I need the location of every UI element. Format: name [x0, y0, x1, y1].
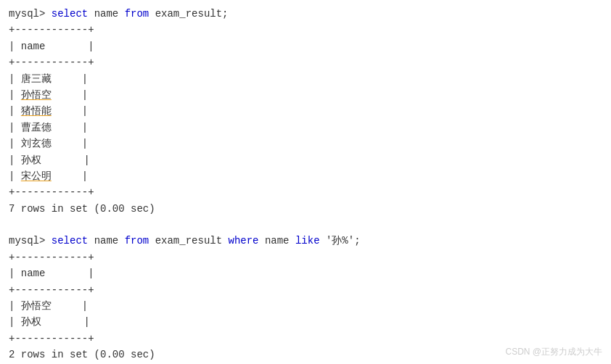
pattern-literal: '孙%';: [320, 235, 361, 247]
from-keyword-1: from: [125, 8, 149, 20]
sunwukong-underline: 孙悟空: [21, 89, 52, 101]
select-keyword-2: select: [52, 235, 88, 247]
row1-5: | 刘玄德 |: [9, 136, 602, 152]
border-mid-2: +------------+: [9, 282, 602, 298]
border-bottom-1: +------------+: [9, 184, 602, 200]
terminal-output: mysql> select name from exam_result; +--…: [0, 0, 611, 364]
where-keyword: where: [228, 235, 258, 247]
from-keyword-2: from: [125, 235, 149, 247]
watermark: CSDN @正努力成为大牛: [505, 346, 602, 358]
result-info-1: 7 rows in set (0.00 sec): [9, 201, 602, 217]
condition: name: [259, 235, 295, 247]
border-top-1: +------------+: [9, 22, 602, 38]
prompt2: mysql>: [9, 235, 52, 247]
row1-3: | 猪悟能 |: [9, 103, 602, 119]
row2-1: | 孙悟空 |: [9, 298, 602, 314]
row1-4: | 曹孟德 |: [9, 120, 602, 136]
row1-7: | 宋公明 |: [9, 168, 602, 184]
header-2: | name |: [9, 265, 602, 281]
space2: name: [88, 235, 124, 247]
like-keyword: like: [295, 235, 320, 247]
zhuwuneng-underline: 猪悟能: [21, 105, 52, 117]
query1-prompt-line: mysql> select name from exam_result;: [9, 6, 602, 22]
empty-line-1: [9, 217, 602, 233]
border-mid-1: +------------+: [9, 54, 602, 70]
border-top-2: +------------+: [9, 249, 602, 265]
table1: exam_result;: [149, 8, 228, 20]
header-1: | name |: [9, 38, 602, 54]
table2: exam_result: [149, 235, 228, 247]
border-bottom-2: +------------+: [9, 331, 602, 347]
space1: name: [88, 8, 124, 20]
query2-prompt-line: mysql> select name from exam_result wher…: [9, 233, 602, 249]
row1-6: | 孙权 |: [9, 152, 602, 168]
songgongming-underline: 宋公明: [21, 170, 52, 182]
row1-2: | 孙悟空 |: [9, 87, 602, 103]
row2-2: | 孙权 |: [9, 314, 602, 330]
prompt1: mysql>: [9, 8, 52, 20]
row1-1: | 唐三藏 |: [9, 71, 602, 87]
select-keyword-1: select: [52, 8, 88, 20]
